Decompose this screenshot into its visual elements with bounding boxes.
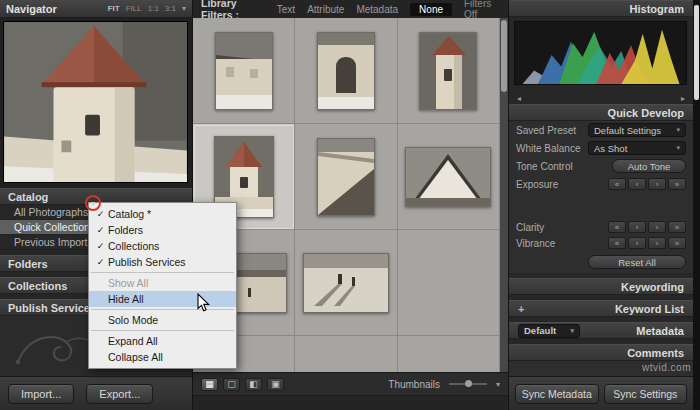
sync-settings-button[interactable]: Sync Settings (604, 384, 688, 404)
clarity-increase-button[interactable]: › (648, 221, 666, 233)
loupe-view-icon[interactable]: ▢ (223, 378, 240, 391)
filter-option-metadata[interactable]: Metadata (356, 4, 398, 15)
vibrance-decrease-button[interactable]: ‹ (628, 237, 646, 249)
filter-option-attribute[interactable]: Attribute (307, 4, 344, 15)
add-keyword-icon[interactable]: + (518, 303, 524, 315)
compare-view-icon[interactable]: ◧ (245, 378, 262, 391)
histogram-title: Histogram (630, 3, 684, 15)
survey-view-icon[interactable]: ▣ (267, 378, 284, 391)
highlight-clipping-icon[interactable]: ▸ (681, 94, 685, 103)
keyword-list-panel-header[interactable]: + Keyword List (509, 300, 693, 317)
zoom-option-fill[interactable]: FILL (126, 4, 142, 13)
zoom-dropdown-icon[interactable]: ▾ (182, 4, 186, 13)
saved-preset-label: Saved Preset (516, 125, 576, 136)
grid-cell[interactable] (295, 18, 397, 124)
window-scrollbar[interactable] (693, 0, 700, 410)
toolbar-options-icon[interactable]: ▾ (496, 380, 500, 389)
left-panel-footer: Import... Export... (0, 376, 192, 410)
filters-off-control[interactable]: Filters Off (464, 0, 500, 20)
grid-cell[interactable] (398, 18, 500, 124)
photo-thumbnail[interactable] (317, 138, 375, 216)
dropdown-arrow-icon: ▾ (676, 144, 680, 152)
grid-view-icon[interactable]: ▦ (201, 378, 218, 391)
exposure-large-decrease-button[interactable]: « (608, 178, 626, 190)
navigator-preview[interactable] (0, 18, 192, 188)
checkmark-icon: ✓ (93, 241, 108, 251)
metadata-panel-header[interactable]: Default ▾ Metadata (509, 322, 693, 339)
navigator-tower-image (3, 21, 188, 183)
grid-cell[interactable] (398, 124, 500, 230)
vibrance-large-increase-button[interactable]: » (668, 237, 686, 249)
menu-item-label: Collections (108, 240, 159, 252)
catalog-title: Catalog (8, 191, 48, 203)
thumbnail-image (420, 33, 476, 109)
quick-develop-spacer (509, 193, 693, 219)
grid-cell[interactable] (295, 230, 397, 336)
photo-thumbnail[interactable] (317, 32, 375, 110)
photo-thumbnail[interactable] (405, 147, 491, 207)
menu-item-folders[interactable]: ✓ Folders (89, 222, 236, 238)
mouse-cursor-icon (197, 293, 210, 314)
keywording-title: Keywording (621, 281, 684, 293)
clarity-large-decrease-button[interactable]: « (608, 221, 626, 233)
saved-preset-dropdown[interactable]: Default Settings ▾ (588, 123, 686, 137)
shadow-clipping-icon[interactable]: ◂ (517, 94, 521, 103)
zoom-option-1-1[interactable]: 1:1 (148, 4, 159, 13)
clarity-decrease-button[interactable]: ‹ (628, 221, 646, 233)
vibrance-increase-button[interactable]: › (648, 237, 666, 249)
quick-develop-panel-header[interactable]: Quick Develop (509, 104, 693, 121)
menu-item-label: Folders (108, 224, 143, 236)
comments-panel-header[interactable]: Comments (509, 344, 693, 361)
import-button[interactable]: Import... (8, 384, 74, 404)
grid-cell[interactable] (295, 124, 397, 230)
menu-item-publish-services[interactable]: ✓ Publish Services (89, 254, 236, 270)
sync-metadata-button[interactable]: Sync Metadata (515, 384, 599, 404)
photo-thumbnail[interactable] (419, 32, 477, 110)
grid-scrollbar-thumb[interactable] (501, 20, 507, 92)
menu-item-hide-all[interactable]: Hide All (89, 291, 236, 307)
histogram-panel-header[interactable]: Histogram (509, 0, 693, 17)
white-balance-dropdown[interactable]: As Shot ▾ (588, 141, 686, 155)
menu-item-label: Catalog * (108, 208, 151, 220)
thumbnail-image (216, 33, 272, 109)
zoom-option-fit[interactable]: FIT (108, 4, 120, 13)
filter-option-none[interactable]: None (410, 3, 452, 16)
export-button[interactable]: Export... (86, 384, 153, 404)
exposure-decrease-button[interactable]: ‹ (628, 178, 646, 190)
menu-item-solo-mode[interactable]: Solo Mode (89, 312, 236, 328)
histogram-image (514, 21, 687, 85)
photo-thumbnail[interactable] (215, 32, 273, 110)
metadata-preset-dropdown[interactable]: Default ▾ (518, 324, 580, 338)
photo-thumbnail[interactable] (303, 253, 389, 313)
exposure-large-increase-button[interactable]: » (668, 178, 686, 190)
menu-item-catalog[interactable]: ✓ Catalog * (89, 206, 236, 222)
grid-scrollbar[interactable] (500, 18, 508, 372)
navigator-panel-header[interactable]: Navigator FIT FILL 1:1 3:1 ▾ (0, 0, 192, 18)
folders-title: Folders (8, 258, 48, 270)
grid-cell[interactable] (398, 336, 500, 372)
keywording-panel-header[interactable]: Keywording (509, 278, 693, 295)
menu-item-collections[interactable]: ✓ Collections (89, 238, 236, 254)
filter-option-text[interactable]: Text (277, 4, 295, 15)
histogram-display[interactable] (509, 17, 693, 93)
white-balance-value: As Shot (594, 143, 627, 154)
menu-item-collapse-all[interactable]: Collapse All (89, 349, 236, 365)
window-scrollbar-thumb[interactable] (694, 5, 699, 100)
grid-cell[interactable] (193, 18, 295, 124)
library-filter-bar: Library Filters : Text Attribute Metadat… (193, 0, 508, 18)
reset-all-button[interactable]: Reset All (588, 255, 686, 269)
auto-tone-button[interactable]: Auto Tone (612, 159, 686, 173)
grid-cell[interactable] (295, 336, 397, 372)
menu-item-label: Hide All (108, 293, 144, 305)
clarity-large-increase-button[interactable]: » (668, 221, 686, 233)
grid-cell[interactable] (398, 230, 500, 336)
menu-item-expand-all[interactable]: Expand All (89, 333, 236, 349)
vibrance-large-decrease-button[interactable]: « (608, 237, 626, 249)
zoom-option-3-1[interactable]: 3:1 (165, 4, 176, 13)
thumbnail-size-slider[interactable] (449, 383, 487, 385)
exposure-label: Exposure (516, 179, 558, 190)
comments-title: Comments (627, 347, 684, 359)
keyword-list-title: Keyword List (615, 303, 684, 315)
exposure-increase-button[interactable]: › (648, 178, 666, 190)
thumbnail-size-slider-handle[interactable] (465, 380, 472, 387)
